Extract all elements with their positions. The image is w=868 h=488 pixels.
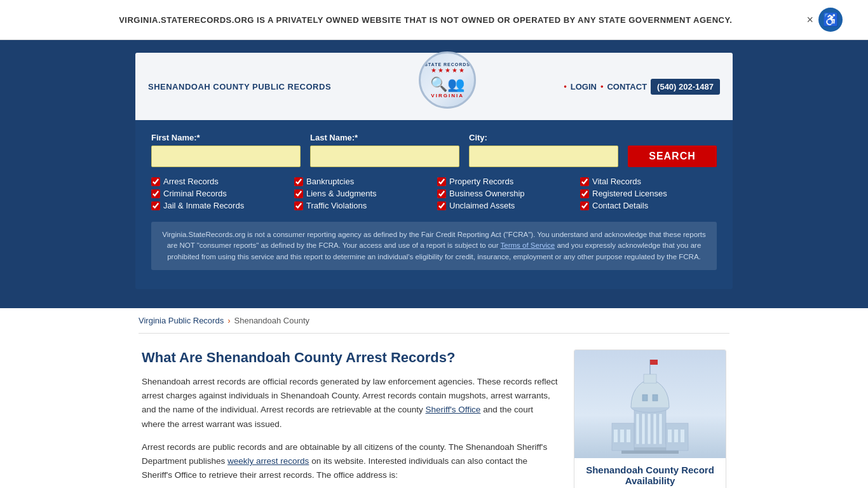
logo-text-bottom: VIRGINIA <box>431 93 464 98</box>
checkbox-traffic-violations[interactable]: Traffic Violations <box>294 201 431 210</box>
checkbox-vital-records-input[interactable] <box>580 177 589 186</box>
main-wrapper: SHENANDOAH COUNTY PUBLIC RECORDS STATE R… <box>0 40 868 308</box>
contact-link[interactable]: CONTACT <box>607 82 647 92</box>
checkbox-business-input[interactable] <box>437 189 446 198</box>
svg-rect-9 <box>653 414 656 444</box>
svg-rect-19 <box>620 430 624 442</box>
search-button[interactable]: SEARCH <box>628 146 717 167</box>
checkbox-liens-label: Liens & Judgments <box>306 189 377 198</box>
checkbox-criminal-records-input[interactable] <box>151 189 160 198</box>
last-name-label: Last Name:* <box>310 133 459 142</box>
banner-close-button[interactable]: × <box>801 13 818 27</box>
svg-rect-5 <box>650 360 658 365</box>
sheriffs-office-link[interactable]: Sheriff's Office <box>426 405 481 414</box>
logo-icons: 🔍👥 <box>430 76 465 93</box>
paragraph-2: Arrest records are public records and ar… <box>142 440 558 483</box>
svg-rect-14 <box>642 395 648 401</box>
logo-area: STATE RECORDS ★ ★ ★ ★ ★ 🔍👥 VIRGINIA <box>419 51 476 109</box>
content-columns: What Are Shenandoah County Arrest Record… <box>139 349 729 488</box>
page-heading: What Are Shenandoah County Arrest Record… <box>142 349 558 366</box>
checkbox-bankruptcies-input[interactable] <box>294 177 303 186</box>
svg-rect-10 <box>659 414 662 444</box>
banner-text: VIRGINIA.STATERECORDS.ORG IS A PRIVATELY… <box>50 15 801 25</box>
checkbox-reg-licenses-label: Registered Licenses <box>592 189 667 198</box>
star-icon: ★ <box>445 67 451 74</box>
breadcrumb-current: Shenandoah County <box>234 316 310 325</box>
checkbox-bankruptcies-label: Bankruptcies <box>306 177 354 186</box>
card-title: Shenandoah County Record Availability <box>574 458 726 488</box>
nav-right: • LOGIN • CONTACT (540) 202-1487 <box>564 79 720 95</box>
page-bg: Virginia Public Records › Shenandoah Cou… <box>0 308 868 488</box>
checkbox-unclaimed-input[interactable] <box>437 201 446 210</box>
city-input[interactable] <box>469 146 618 167</box>
checkbox-registered-licenses[interactable]: Registered Licenses <box>580 189 717 198</box>
checkbox-property-records[interactable]: Property Records <box>437 177 574 186</box>
checkbox-property-records-label: Property Records <box>449 177 513 186</box>
breadcrumb-separator: › <box>227 316 230 325</box>
checkbox-contact-details[interactable]: Contact Details <box>580 201 717 210</box>
checkbox-contact-label: Contact Details <box>592 201 648 210</box>
svg-rect-7 <box>642 414 645 444</box>
checkbox-unclaimed-label: Unclaimed Assets <box>449 201 515 210</box>
header-bar: SHENANDOAH COUNTY PUBLIC RECORDS STATE R… <box>135 53 733 120</box>
top-banner: VIRGINIA.STATERECORDS.ORG IS A PRIVATELY… <box>0 0 868 40</box>
checkbox-grid: Arrest Records Bankruptcies Property Rec… <box>151 177 717 210</box>
checkbox-property-records-input[interactable] <box>437 177 446 186</box>
paragraph-1: Shenandoah arrest records are official r… <box>142 375 558 431</box>
site-title: SHENANDOAH COUNTY PUBLIC RECORDS <box>148 82 331 92</box>
checkbox-criminal-records[interactable]: Criminal Records <box>151 189 288 198</box>
weekly-arrest-records-link[interactable]: weekly arrest records <box>227 456 309 466</box>
svg-rect-3 <box>644 374 656 383</box>
svg-rect-22 <box>674 430 678 442</box>
checkbox-unclaimed-assets[interactable]: Unclaimed Assets <box>437 201 574 210</box>
last-name-input[interactable] <box>310 146 459 167</box>
checkbox-vital-records[interactable]: Vital Records <box>580 177 717 186</box>
phone-button[interactable]: (540) 202-1487 <box>651 79 720 95</box>
checkbox-arrest-records-label: Arrest Records <box>163 177 219 186</box>
logo-text-top: STATE RECORDS <box>424 62 470 67</box>
nav-dot: • <box>600 82 604 92</box>
search-form: First Name:* Last Name:* City: SEARCH Ar… <box>135 120 733 289</box>
nav-dot: • <box>564 82 567 92</box>
checkbox-contact-input[interactable] <box>580 201 589 210</box>
accessibility-button[interactable]: ♿ <box>818 8 843 32</box>
stars-row: ★ ★ ★ ★ ★ <box>431 67 465 74</box>
svg-rect-21 <box>668 430 672 442</box>
checkbox-criminal-records-label: Criminal Records <box>163 189 227 198</box>
svg-rect-20 <box>627 430 630 442</box>
star-icon: ★ <box>459 67 465 74</box>
logo-circle: STATE RECORDS ★ ★ ★ ★ ★ 🔍👥 VIRGINIA <box>419 51 476 109</box>
first-name-input[interactable] <box>151 146 301 167</box>
tos-link[interactable]: Terms of Service <box>501 241 555 249</box>
checkbox-jail-inmate[interactable]: Jail & Inmate Records <box>151 201 288 210</box>
first-name-label: First Name:* <box>151 133 301 142</box>
checkbox-bankruptcies[interactable]: Bankruptcies <box>294 177 431 186</box>
record-availability-card: Shenandoah County Record Availability Lo… <box>574 349 726 488</box>
svg-rect-13 <box>621 451 679 454</box>
city-label: City: <box>469 133 618 142</box>
first-name-group: First Name:* <box>151 133 301 167</box>
accessibility-icon: ♿ <box>823 12 839 27</box>
login-link[interactable]: LOGIN <box>571 82 597 92</box>
building-illustration <box>574 350 726 458</box>
breadcrumb-parent-link[interactable]: Virginia Public Records <box>139 316 224 325</box>
checkbox-vital-records-label: Vital Records <box>592 177 641 186</box>
checkbox-arrest-records[interactable]: Arrest Records <box>151 177 288 186</box>
checkbox-traffic-input[interactable] <box>294 201 303 210</box>
checkbox-jail-input[interactable] <box>151 201 160 210</box>
checkbox-business-ownership[interactable]: Business Ownership <box>437 189 574 198</box>
svg-rect-8 <box>648 414 651 444</box>
checkbox-business-label: Business Ownership <box>449 189 525 198</box>
checkbox-reg-licenses-input[interactable] <box>580 189 589 198</box>
checkbox-liens-judgments[interactable]: Liens & Judgments <box>294 189 431 198</box>
disclaimer: Virginia.StateRecords.org is not a consu… <box>151 222 717 270</box>
content-left: What Are Shenandoah County Arrest Record… <box>142 349 558 488</box>
checkbox-liens-input[interactable] <box>294 189 303 198</box>
last-name-group: Last Name:* <box>310 133 459 167</box>
checkbox-arrest-records-input[interactable] <box>151 177 160 186</box>
svg-rect-15 <box>653 395 658 401</box>
svg-rect-11 <box>628 444 672 447</box>
building-svg <box>599 356 701 455</box>
svg-rect-18 <box>614 430 618 442</box>
checkbox-jail-label: Jail & Inmate Records <box>163 201 244 210</box>
